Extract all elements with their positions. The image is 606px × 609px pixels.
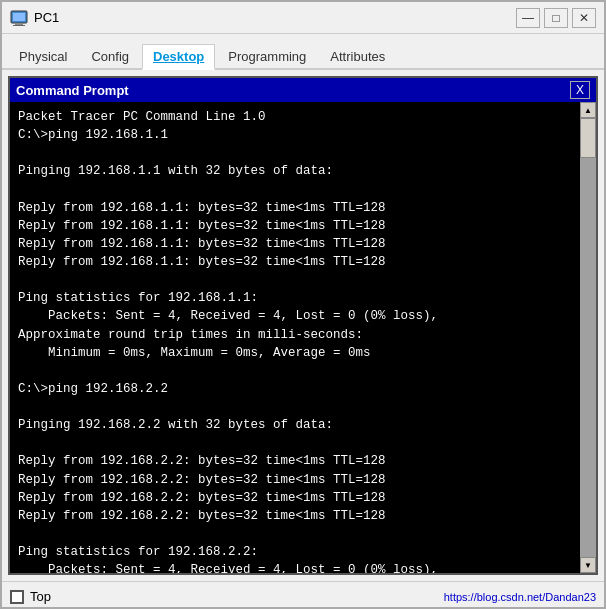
bottom-left: Top [10, 589, 51, 604]
scrollbar-track[interactable] [580, 118, 596, 557]
scrollbar-down-button[interactable]: ▼ [580, 557, 596, 573]
svg-rect-3 [13, 25, 25, 26]
window-controls: — □ ✕ [516, 8, 596, 28]
tab-desktop[interactable]: Desktop [142, 44, 215, 70]
cmd-close-button[interactable]: X [570, 81, 590, 99]
scrollbar[interactable]: ▲ ▼ [580, 102, 596, 573]
scrollbar-thumb[interactable] [580, 118, 596, 158]
window-icon [10, 9, 28, 27]
tab-bar: Physical Config Desktop Programming Attr… [2, 34, 604, 70]
main-content: Command Prompt X Packet Tracer PC Comman… [2, 70, 604, 581]
maximize-button[interactable]: □ [544, 8, 568, 28]
cmd-title: Command Prompt [16, 83, 129, 98]
tab-attributes[interactable]: Attributes [319, 44, 396, 68]
close-window-button[interactable]: ✕ [572, 8, 596, 28]
tab-physical[interactable]: Physical [8, 44, 78, 68]
watermark: https://blog.csdn.net/Dandan23 [444, 591, 596, 603]
title-bar: PC1 — □ ✕ [2, 2, 604, 34]
bottom-bar: Top https://blog.csdn.net/Dandan23 [2, 581, 604, 609]
window-title: PC1 [34, 10, 516, 25]
tab-config[interactable]: Config [80, 44, 140, 68]
tab-programming[interactable]: Programming [217, 44, 317, 68]
cmd-body: Packet Tracer PC Command Line 1.0 C:\>pi… [10, 102, 596, 573]
top-label: Top [30, 589, 51, 604]
command-prompt-window: Command Prompt X Packet Tracer PC Comman… [8, 76, 598, 575]
cmd-titlebar: Command Prompt X [10, 78, 596, 102]
terminal-output[interactable]: Packet Tracer PC Command Line 1.0 C:\>pi… [10, 102, 580, 573]
top-checkbox[interactable] [10, 590, 24, 604]
svg-rect-1 [13, 13, 25, 21]
scrollbar-up-button[interactable]: ▲ [580, 102, 596, 118]
svg-rect-2 [15, 23, 23, 25]
minimize-button[interactable]: — [516, 8, 540, 28]
